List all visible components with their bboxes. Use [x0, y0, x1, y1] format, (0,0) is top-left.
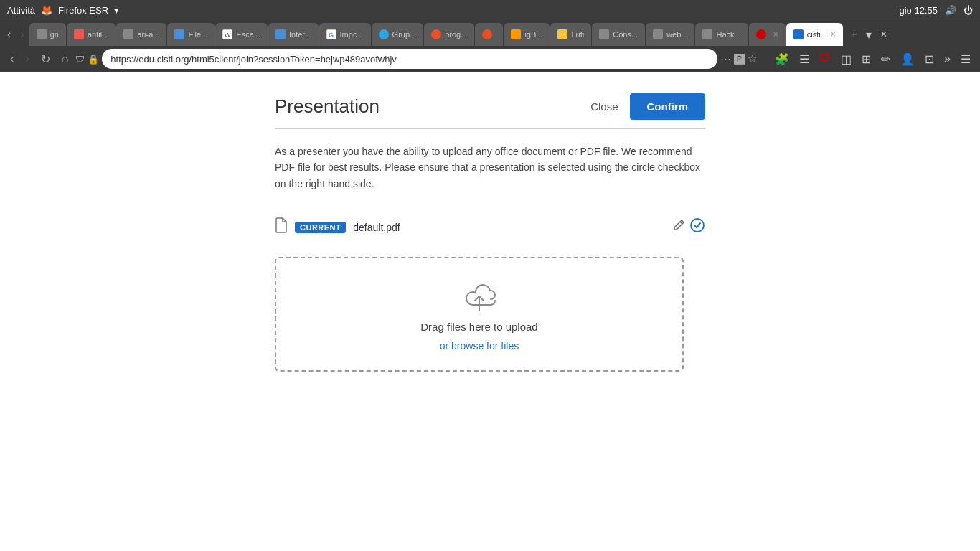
- cloud-upload-icon: [458, 278, 501, 314]
- file-left: CURRENT default.pdf: [275, 217, 400, 237]
- svg-line-0: [680, 222, 682, 224]
- tab-list-button[interactable]: ▾: [863, 27, 875, 43]
- back-button[interactable]: ‹: [6, 50, 18, 68]
- tab-web[interactable]: web...: [646, 23, 694, 46]
- power-icon[interactable]: ⏻: [963, 5, 973, 16]
- sidebar-icon[interactable]: ◫: [837, 50, 855, 68]
- tab-file[interactable]: File...: [167, 23, 215, 46]
- close-window-button[interactable]: ×: [877, 27, 890, 42]
- file-icon: [275, 217, 288, 237]
- back-button[interactable]: ‹: [3, 23, 15, 46]
- tab-impc[interactable]: G Impc...: [319, 23, 371, 46]
- dialog-description: As a presenter you have the ability to u…: [275, 143, 705, 192]
- forward-button[interactable]: ›: [21, 50, 33, 68]
- dialog-title: Presentation: [275, 95, 380, 118]
- address-bar-row: ‹ › ↻ ⌂ 🛡 🔒 ⋯ 🅿 ☆ 🧩 ☰ 🛡 ◫ ⊞ ✏ 👤 ⊡ » ☰: [0, 46, 980, 72]
- reader-icon[interactable]: ☰: [796, 50, 813, 68]
- dialog-divider: [275, 128, 705, 129]
- url-input[interactable]: [102, 49, 717, 69]
- new-tab-button[interactable]: +: [848, 27, 860, 42]
- page-content: Presentation Close Confirm As a presente…: [0, 72, 980, 551]
- tab-grup[interactable]: Grup...: [372, 23, 424, 46]
- dialog-action-buttons: Close Confirm: [590, 93, 705, 120]
- tab-ublock[interactable]: ×: [749, 23, 786, 46]
- current-badge: CURRENT: [295, 222, 346, 233]
- file-actions: [672, 217, 705, 237]
- dropdown-icon[interactable]: ▾: [114, 5, 119, 16]
- presentation-dialog: Presentation Close Confirm As a presente…: [275, 72, 705, 393]
- edit-icon[interactable]: [672, 219, 685, 235]
- extensions-icon[interactable]: 🧩: [771, 50, 793, 68]
- more-options-icon[interactable]: ⋯: [720, 52, 731, 65]
- tab-ff[interactable]: [475, 23, 503, 46]
- tab-bar: ‹ › gn antil... ari-a... File... W Esca.…: [0, 20, 980, 46]
- tab-esca[interactable]: W Esca...: [215, 23, 268, 46]
- tab-hack[interactable]: Hack...: [695, 23, 748, 46]
- forward-button[interactable]: ›: [16, 23, 28, 46]
- home-button[interactable]: ⌂: [57, 50, 73, 68]
- tab-aria[interactable]: ari-a...: [116, 23, 166, 46]
- svg-point-1: [691, 219, 704, 232]
- overflow-icon[interactable]: »: [941, 50, 954, 67]
- activities-label[interactable]: Attività: [7, 5, 35, 16]
- firefox-logo: 🦊: [41, 5, 52, 16]
- tab-lufi[interactable]: Lufi: [550, 23, 591, 46]
- pen-icon[interactable]: ✏: [877, 50, 894, 68]
- tab-igb[interactable]: igB...: [504, 23, 550, 46]
- reload-button[interactable]: ↻: [37, 50, 55, 69]
- tab-cons[interactable]: Cons...: [592, 23, 645, 46]
- os-titlebar: Attività 🦊 Firefox ESR ▾ gio 12:55 🔊 ⏻: [0, 0, 980, 20]
- bookmark-icon[interactable]: ☆: [748, 52, 757, 65]
- tab-cisti[interactable]: cisti... ×: [786, 23, 843, 46]
- upload-zone[interactable]: Drag files here to upload or browse for …: [275, 257, 684, 372]
- dialog-header: Presentation Close Confirm: [275, 93, 705, 120]
- check-circle-icon[interactable]: [689, 217, 705, 237]
- account-icon[interactable]: 👤: [897, 50, 918, 68]
- file-name: default.pdf: [353, 222, 400, 233]
- confirm-button[interactable]: Confirm: [630, 93, 706, 120]
- browser-name: Firefox ESR: [58, 5, 108, 16]
- split-icon[interactable]: ⊞: [858, 50, 875, 68]
- clock: gio 12:55: [900, 5, 938, 16]
- tab-gn[interactable]: gn: [29, 23, 66, 46]
- browse-link[interactable]: or browse for files: [440, 340, 519, 352]
- tab-prog[interactable]: prog...: [424, 23, 474, 46]
- drag-text: Drag files here to upload: [420, 321, 537, 333]
- menu-icon[interactable]: ☰: [957, 50, 974, 68]
- tab-inter[interactable]: Inter...: [268, 23, 319, 46]
- wifi-icon: 🔊: [945, 5, 956, 16]
- shield-icon: 🛡: [75, 54, 85, 65]
- lock-icon: 🔒: [88, 54, 99, 65]
- containers-icon[interactable]: ⊡: [921, 50, 938, 68]
- tab-anti[interactable]: antil...: [67, 23, 116, 46]
- pocket-icon[interactable]: 🅿: [734, 53, 745, 65]
- close-button[interactable]: Close: [590, 100, 618, 113]
- file-row: CURRENT default.pdf: [275, 212, 705, 242]
- ublock-icon[interactable]: 🛡: [816, 50, 834, 67]
